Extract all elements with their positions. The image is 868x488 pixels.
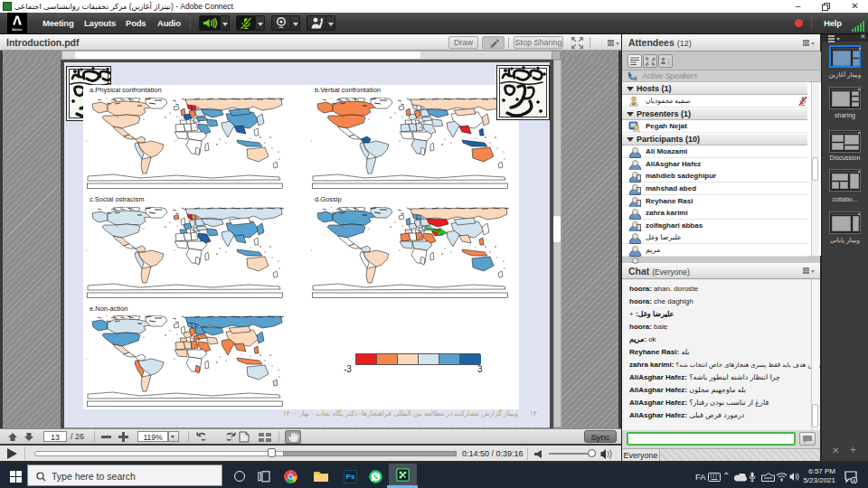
svg-text:Adobe: Adobe [12, 27, 23, 32]
